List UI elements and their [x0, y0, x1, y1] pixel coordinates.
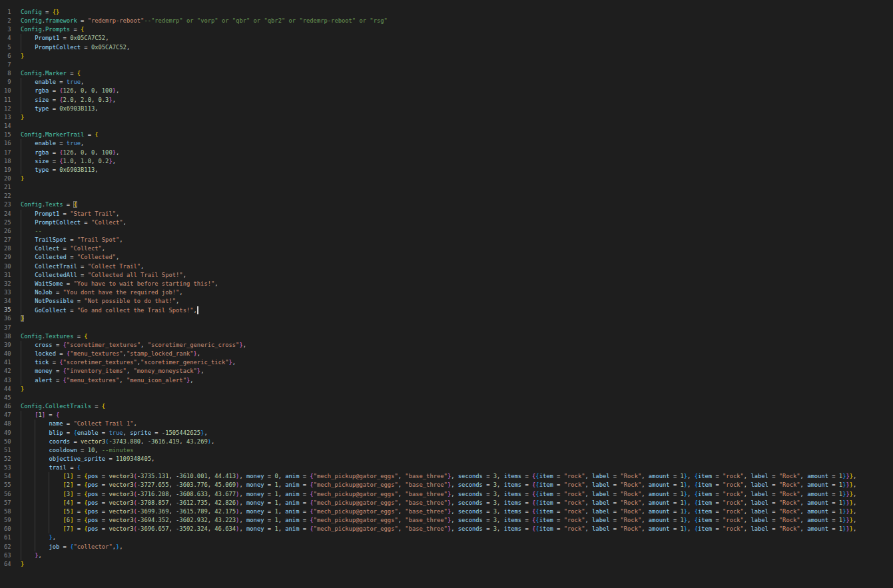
code-line[interactable]: 57 [4] = {pos = vector3(-3708.857, -3612…	[0, 499, 893, 507]
line-number[interactable]: 36	[0, 314, 11, 323]
code-line[interactable]: 39 cross = {"scoretimer_textures", "scor…	[0, 341, 893, 350]
code-line[interactable]: 30 CollectTrail = "Collect Trail",	[0, 262, 893, 271]
code-line[interactable]: 55 [2] = {pos = vector3(-3727.655, -3603…	[0, 481, 893, 489]
line-number[interactable]: 57	[0, 499, 11, 507]
line-number[interactable]: 26	[0, 227, 11, 236]
line-number[interactable]: 17	[0, 148, 11, 157]
code-line[interactable]: 25 PromptCollect = "Collect",	[0, 218, 893, 227]
code-line[interactable]: 26 --	[0, 227, 893, 236]
code-line[interactable]: 56 [3] = {pos = vector3(-3716.208, -3608…	[0, 490, 893, 499]
code-line[interactable]: 1Config = {}	[0, 8, 893, 17]
code-line[interactable]: 47 [1] = {	[0, 411, 893, 420]
line-number[interactable]: 43	[0, 376, 11, 385]
line-number[interactable]: 20	[0, 174, 11, 183]
line-number[interactable]: 9	[0, 78, 11, 87]
code-line[interactable]: 14	[0, 122, 893, 131]
line-number[interactable]: 51	[0, 446, 11, 455]
line-number[interactable]: 8	[0, 69, 11, 78]
line-number[interactable]: 27	[0, 236, 11, 244]
line-number[interactable]: 1	[0, 8, 11, 17]
code-line[interactable]: 43 alert = {"menu_textures", "menu_icon_…	[0, 376, 893, 385]
line-number[interactable]: 16	[0, 139, 11, 148]
line-number[interactable]: 37	[0, 324, 11, 332]
code-line[interactable]: 35 GoCollect = "Go and collect the Trail…	[0, 306, 893, 314]
line-number[interactable]: 41	[0, 358, 11, 367]
line-number[interactable]: 23	[0, 200, 11, 209]
line-number[interactable]: 44	[0, 385, 11, 394]
code-line[interactable]: 7	[0, 61, 893, 69]
code-line[interactable]: 64}	[0, 560, 893, 569]
code-line[interactable]: 38Config.Textures = {	[0, 332, 893, 341]
code-line[interactable]: 13}	[0, 113, 893, 122]
code-line[interactable]: 28 Collect = "Collect",	[0, 244, 893, 253]
code-line[interactable]: 37	[0, 324, 893, 332]
code-line[interactable]: 45	[0, 394, 893, 402]
code-line[interactable]: 62 job = {"collector",},	[0, 543, 893, 551]
code-line[interactable]: 33 NoJob = "You dont have the required j…	[0, 288, 893, 297]
code-line[interactable]: 36}	[0, 314, 893, 323]
code-line[interactable]: 59 [6] = {pos = vector3(-3694.352, -3602…	[0, 516, 893, 525]
code-line[interactable]: 46Config.CollectTrails = {	[0, 402, 893, 411]
code-line[interactable]: 50 coords = vector3(-3743.880, -3616.419…	[0, 438, 893, 446]
line-number[interactable]: 28	[0, 244, 11, 253]
code-line[interactable]: 23Config.Texts = {	[0, 200, 893, 209]
line-number[interactable]: 62	[0, 543, 11, 551]
line-number[interactable]: 42	[0, 367, 11, 376]
line-number[interactable]: 53	[0, 463, 11, 472]
line-number[interactable]: 24	[0, 210, 11, 218]
line-number[interactable]: 64	[0, 560, 11, 569]
line-number[interactable]: 48	[0, 420, 11, 428]
code-line[interactable]: 10 rgba = {126, 0, 0, 100},	[0, 87, 893, 95]
code-line[interactable]: 48 name = "Collect Trail 1",	[0, 420, 893, 428]
line-number[interactable]: 32	[0, 280, 11, 288]
code-line[interactable]: 52 objective_sprite = 1109348405,	[0, 455, 893, 463]
line-number[interactable]: 25	[0, 218, 11, 227]
code-line[interactable]: 31 CollectedAll = "Collected all Trail S…	[0, 271, 893, 280]
line-number[interactable]: 45	[0, 394, 11, 402]
code-line[interactable]: 60 [7] = {pos = vector3(-3696.657, -3592…	[0, 525, 893, 533]
code-line[interactable]: 17 rgba = {126, 0, 0, 100},	[0, 148, 893, 157]
code-line[interactable]: 24 Prompt1 = "Start Trail",	[0, 210, 893, 218]
code-line[interactable]: 11 size = {2.0, 2.0, 0.3},	[0, 96, 893, 105]
line-number[interactable]: 3	[0, 25, 11, 34]
line-number[interactable]: 63	[0, 551, 11, 560]
line-number[interactable]: 22	[0, 192, 11, 200]
code-line[interactable]: 32 WaitSome = "You have to wait before s…	[0, 280, 893, 288]
line-number[interactable]: 18	[0, 157, 11, 166]
line-number[interactable]: 11	[0, 96, 11, 105]
code-line[interactable]: 41 tick = {"scoretimer_textures","scoret…	[0, 358, 893, 367]
code-line[interactable]: 42 money = {"inventory_items", "money_mo…	[0, 367, 893, 376]
code-line[interactable]: 15Config.MarkerTrail = {	[0, 131, 893, 139]
code-line[interactable]: 54 [1] = {pos = vector3(-3735.131, -3610…	[0, 472, 893, 481]
code-line[interactable]: 27 TrailSpot = "Trail Spot",	[0, 236, 893, 244]
code-line[interactable]: 2Config.framework = "redemrp-reboot"--"r…	[0, 17, 893, 25]
line-number[interactable]: 59	[0, 516, 11, 525]
line-number[interactable]: 19	[0, 166, 11, 174]
code-line[interactable]: 18 size = {1.0, 1.0, 0.2},	[0, 157, 893, 166]
code-line[interactable]: 61 },	[0, 533, 893, 542]
code-line[interactable]: 34 NotPossible = "Not possible to do tha…	[0, 297, 893, 306]
line-number[interactable]: 46	[0, 402, 11, 411]
line-number[interactable]: 13	[0, 113, 11, 122]
code-line[interactable]: 19 type = 0x6903B113,	[0, 166, 893, 174]
code-line[interactable]: 22	[0, 192, 893, 200]
code-line[interactable]: 9 enable = true,	[0, 78, 893, 87]
line-number[interactable]: 49	[0, 429, 11, 438]
line-number[interactable]: 34	[0, 297, 11, 306]
line-number[interactable]: 7	[0, 61, 11, 69]
code-line[interactable]: 16 enable = true,	[0, 139, 893, 148]
code-line[interactable]: 63 },	[0, 551, 893, 560]
code-line[interactable]: 53 trail = {	[0, 463, 893, 472]
code-line[interactable]: 20}	[0, 174, 893, 183]
line-number[interactable]: 56	[0, 490, 11, 499]
line-number[interactable]: 60	[0, 525, 11, 533]
code-line[interactable]: 8Config.Marker = {	[0, 69, 893, 78]
line-number[interactable]: 14	[0, 122, 11, 131]
line-number[interactable]: 4	[0, 34, 11, 43]
code-line[interactable]: 21	[0, 183, 893, 192]
line-number[interactable]: 29	[0, 253, 11, 262]
code-line[interactable]: 29 Collected = "Collected",	[0, 253, 893, 262]
line-number[interactable]: 2	[0, 17, 11, 25]
code-line[interactable]: 12 type = 0x6903B113,	[0, 105, 893, 113]
line-number[interactable]: 50	[0, 438, 11, 446]
